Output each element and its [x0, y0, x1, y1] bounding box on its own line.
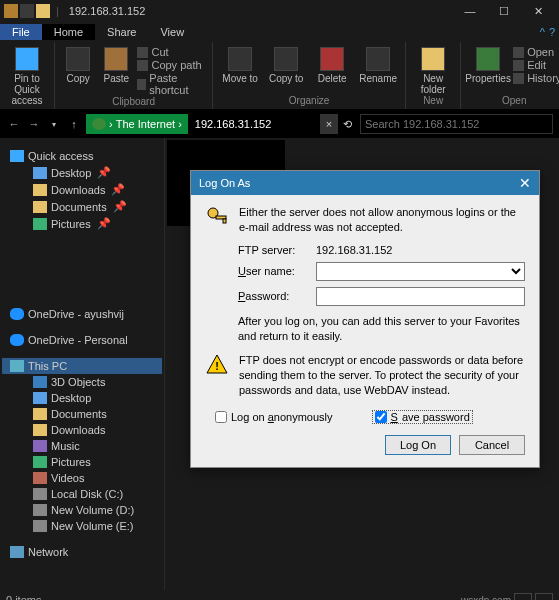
dialog-message: Either the server does not allow anonymo… [239, 205, 525, 236]
ribbon: Pin to Quick access Copy Paste Cut Copy … [0, 42, 559, 110]
nav-bar: ← → ▾ ↑ › The Internet › 192.168.31.152 … [0, 110, 559, 138]
group-clipboard-label: Clipboard [61, 96, 206, 107]
username-label: User name: [238, 265, 308, 277]
sidebar-network[interactable]: Network [2, 544, 162, 560]
recent-dropdown[interactable]: ▾ [46, 116, 62, 132]
tab-home[interactable]: Home [42, 24, 95, 40]
username-input[interactable] [316, 262, 525, 281]
properties-button[interactable]: Properties [467, 45, 509, 84]
dialog-title: Log On As [199, 177, 250, 189]
sidebar-desktop[interactable]: Desktop [2, 390, 162, 406]
svg-text:!: ! [215, 360, 219, 372]
new-folder-button[interactable]: New folder [412, 45, 454, 95]
cloud-icon [10, 308, 24, 320]
up-button[interactable]: ↑ [66, 116, 82, 132]
copy-path-button[interactable]: Copy path [137, 59, 206, 71]
copy-to-button[interactable]: Copy to [265, 45, 307, 84]
sidebar-onedrive-2[interactable]: OneDrive - Personal [2, 332, 162, 348]
search-input[interactable]: Search 192.168.31.152 [360, 114, 553, 134]
menu-tabs: File Home Share View ^ ? [0, 22, 559, 42]
paste-shortcut-button[interactable]: Paste shortcut [137, 72, 206, 96]
sidebar-volume-e[interactable]: New Volume (E:) [2, 518, 162, 534]
pin-quick-access-button[interactable]: Pin to Quick access [6, 45, 48, 106]
qat-props-icon[interactable] [20, 4, 34, 18]
item-count: 0 items [6, 594, 41, 600]
group-new-label: New [412, 95, 454, 107]
open-button[interactable]: Open [513, 46, 559, 58]
sidebar-quick-access[interactable]: Quick access [2, 148, 162, 164]
sidebar-pictures[interactable]: Pictures [2, 454, 162, 470]
titlebar: | 192.168.31.152 — ☐ ✕ [0, 0, 559, 22]
tab-view[interactable]: View [148, 24, 196, 40]
window-title: 192.168.31.152 [69, 5, 453, 17]
tab-share[interactable]: Share [95, 24, 148, 40]
downloads-icon [33, 184, 47, 196]
minimize-button[interactable]: — [453, 0, 487, 22]
ftpserver-value: 192.168.31.152 [316, 244, 525, 256]
edit-button[interactable]: Edit [513, 59, 559, 71]
network-icon [10, 546, 24, 558]
delete-button[interactable]: Delete [311, 45, 353, 84]
cancel-button[interactable]: Cancel [459, 435, 525, 455]
globe-icon [92, 118, 106, 130]
status-bar: 0 items wsxdn.com [0, 590, 559, 600]
move-to-button[interactable]: Move to [219, 45, 261, 84]
logon-dialog: Log On As ✕ Either the server does not a… [190, 170, 540, 468]
anon-checkbox[interactable]: Log on anonymously [215, 411, 333, 423]
details-view-button[interactable] [514, 593, 532, 600]
sidebar-music[interactable]: Music [2, 438, 162, 454]
sidebar-downloads[interactable]: Downloads [2, 422, 162, 438]
sidebar-onedrive-1[interactable]: OneDrive - ayushvij [2, 306, 162, 322]
pictures-icon [33, 456, 47, 468]
group-open-label: Open [467, 95, 559, 107]
refresh-button[interactable]: ⟲ [338, 114, 356, 134]
sidebar-documents-quick[interactable]: Documents📌 [2, 198, 162, 215]
disk-icon [33, 520, 47, 532]
help-icon[interactable]: ? [549, 26, 555, 38]
sidebar-videos[interactable]: Videos [2, 470, 162, 486]
group-organize-label: Organize [219, 95, 399, 107]
dialog-after-text: After you log on, you can add this serve… [238, 314, 525, 345]
sidebar-pictures-quick[interactable]: Pictures📌 [2, 215, 162, 232]
pc-icon [10, 360, 24, 372]
history-button[interactable]: History [513, 72, 559, 84]
qat-newfolder-icon[interactable] [36, 4, 50, 18]
sidebar-downloads-quick[interactable]: Downloads📌 [2, 181, 162, 198]
desktop-icon [33, 392, 47, 404]
documents-icon [33, 408, 47, 420]
key-icon [205, 205, 229, 229]
sidebar-volume-d[interactable]: New Volume (D:) [2, 502, 162, 518]
password-input[interactable] [316, 287, 525, 306]
logon-button[interactable]: Log On [385, 435, 451, 455]
save-password-checkbox[interactable]: Save password [373, 411, 472, 423]
ftpserver-label: FTP server: [238, 244, 308, 256]
dialog-close-button[interactable]: ✕ [519, 175, 531, 191]
forward-button[interactable]: → [26, 116, 42, 132]
videos-icon [33, 472, 47, 484]
sidebar-desktop-quick[interactable]: Desktop📌 [2, 164, 162, 181]
back-button[interactable]: ← [6, 116, 22, 132]
tab-file[interactable]: File [0, 24, 42, 40]
rename-button[interactable]: Rename [357, 45, 399, 84]
app-icon [4, 4, 18, 18]
music-icon [33, 440, 47, 452]
downloads-icon [33, 424, 47, 436]
sidebar-this-pc[interactable]: This PC [2, 358, 162, 374]
copy-button[interactable]: Copy [61, 45, 95, 96]
sidebar: Quick access Desktop📌 Downloads📌 Documen… [0, 138, 165, 590]
address-clear-button[interactable]: × [320, 114, 338, 134]
paste-button[interactable]: Paste [99, 45, 133, 96]
sidebar-documents[interactable]: Documents [2, 406, 162, 422]
close-button[interactable]: ✕ [521, 0, 555, 22]
sidebar-3d-objects[interactable]: 3D Objects [2, 374, 162, 390]
objects3d-icon [33, 376, 47, 388]
dialog-titlebar[interactable]: Log On As ✕ [191, 171, 539, 195]
ribbon-collapse-icon[interactable]: ^ [540, 26, 545, 38]
address-bar[interactable]: › The Internet › 192.168.31.152 × ⟲ [86, 114, 356, 134]
maximize-button[interactable]: ☐ [487, 0, 521, 22]
watermark: wsxdn.com [461, 595, 511, 601]
cut-button[interactable]: Cut [137, 46, 206, 58]
icons-view-button[interactable] [535, 593, 553, 600]
disk-icon [33, 504, 47, 516]
sidebar-local-disk-c[interactable]: Local Disk (C:) [2, 486, 162, 502]
